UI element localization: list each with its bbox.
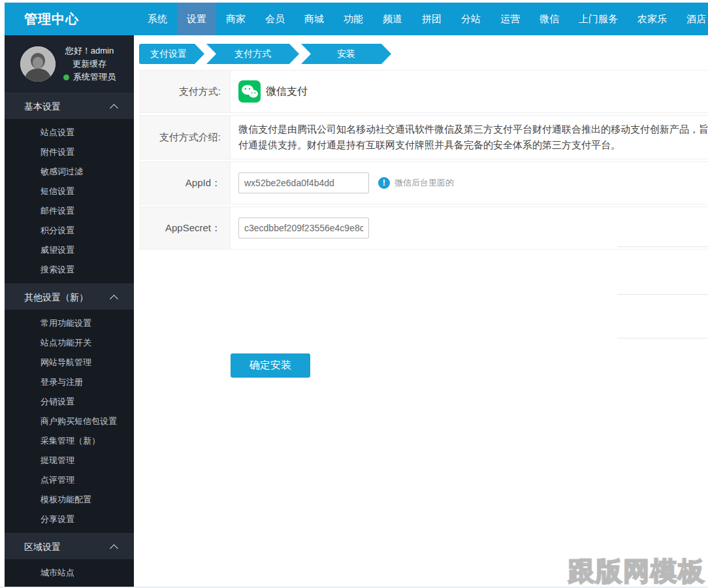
field-label: 支付方式介绍: xyxy=(139,116,231,159)
topnav-item-merchant[interactable]: 商家 xyxy=(216,3,255,35)
avatar-photo xyxy=(20,46,56,82)
topnav-item-function[interactable]: 功能 xyxy=(334,3,373,35)
sidebar-item-sensitive-words[interactable]: 敏感词过滤 xyxy=(5,162,134,182)
wechat-pay-icon xyxy=(238,80,261,103)
sidebar-group: 站点设置 附件设置 敏感词过滤 短信设置 邮件设置 积分设置 威望设置 搜索设置 xyxy=(5,119,134,284)
topbar: 管理中心 系统 设置 商家 会员 商城 功能 频道 拼团 分站 运营 微信 上门… xyxy=(5,3,708,35)
topnav-item-member[interactable]: 会员 xyxy=(255,3,295,35)
form-row-payment-method: 支付方式: 微信支付 xyxy=(139,70,708,113)
sidebar-item-login-register[interactable]: 登录与注册 xyxy=(5,372,134,392)
field-label: AppId： xyxy=(139,162,231,204)
sidebar-item-sms-package[interactable]: 商户购买短信包设置 xyxy=(5,412,134,431)
payment-method-name: 微信支付 xyxy=(266,85,308,99)
chevron-up-icon xyxy=(110,104,118,112)
breadcrumb-payment-settings[interactable]: 支付设置 xyxy=(139,44,204,64)
topnav-item-settings[interactable]: 设置 xyxy=(177,3,216,35)
appid-input[interactable] xyxy=(238,172,369,193)
topnav-item-hotel[interactable]: 酒店 xyxy=(677,3,708,35)
field-label: AppSecret： xyxy=(139,207,231,249)
sidebar-item-template-config[interactable]: 模板功能配置 xyxy=(5,490,134,510)
user-role: 系统管理员 xyxy=(73,71,116,84)
watermark-text: 跟版网模板 xyxy=(568,553,705,588)
clipped-row-border xyxy=(617,338,708,339)
topnav-item-substation[interactable]: 分站 xyxy=(451,3,491,35)
topnav-item-farmstay[interactable]: 农家乐 xyxy=(628,3,677,35)
sidebar-section-other-settings[interactable]: 其他设置（新） xyxy=(5,284,134,310)
breadcrumb-install[interactable]: 安装 xyxy=(301,44,391,64)
app-title: 管理中心 xyxy=(5,3,134,35)
sidebar: 您好！admin 更新缓存 系统管理员 基本设置 站点设置 附件设置 敏感词过滤… xyxy=(5,35,134,588)
sidebar-item-common-functions[interactable]: 常用功能设置 xyxy=(5,314,134,333)
breadcrumb-payment-method[interactable]: 支付方式 xyxy=(206,44,299,64)
clipped-row-border xyxy=(617,294,708,295)
topnav-item-wechat[interactable]: 微信 xyxy=(530,3,569,35)
sidebar-item-withdrawal[interactable]: 提现管理 xyxy=(5,451,134,470)
sidebar-item-points-settings[interactable]: 积分设置 xyxy=(5,221,134,240)
sidebar-section-basic-settings[interactable]: 基本设置 xyxy=(5,93,134,119)
chevron-up-icon xyxy=(110,295,118,303)
form-row-appsecret: AppSecret： xyxy=(139,206,708,250)
appsecret-input[interactable] xyxy=(238,218,369,238)
sidebar-group: 城市站点 区域管理 xyxy=(5,559,134,588)
appid-hint: 微信后台里面的 xyxy=(394,177,454,189)
user-greeting: 您好！admin xyxy=(63,44,116,57)
online-status-dot xyxy=(63,74,69,80)
top-navigation: 系统 设置 商家 会员 商城 功能 频道 拼团 分站 运营 微信 上门服务 农家… xyxy=(138,3,708,35)
sidebar-item-nav-management[interactable]: 网站导航管理 xyxy=(5,353,134,372)
section-label: 基本设置 xyxy=(24,101,61,112)
sidebar-group: 常用功能设置 站点功能开关 网站导航管理 登录与注册 分销设置 商户购买短信包设… xyxy=(5,310,134,533)
clipped-row-border xyxy=(617,246,708,248)
field-label: 支付方式: xyxy=(139,71,231,112)
payment-install-form: 支付方式: 微信支付 xyxy=(139,70,708,252)
sidebar-item-city-sites[interactable]: 城市站点 xyxy=(5,563,134,583)
breadcrumb: 支付设置 支付方式 安装 xyxy=(139,44,393,64)
sidebar-item-site-switches[interactable]: 站点功能开关 xyxy=(5,333,134,353)
sidebar-item-prestige-settings[interactable]: 威望设置 xyxy=(5,240,134,260)
chevron-up-icon xyxy=(110,544,118,553)
topnav-item-system[interactable]: 系统 xyxy=(138,3,177,35)
sidebar-item-collection[interactable]: 采集管理（新） xyxy=(5,431,134,451)
content-area: 支付设置 支付方式 安装 支付方式: xyxy=(134,35,708,588)
sidebar-item-review-management[interactable]: 点评管理 xyxy=(5,470,134,490)
sidebar-item-sms-settings[interactable]: 短信设置 xyxy=(5,182,134,201)
admin-page: 管理中心 系统 设置 商家 会员 商城 功能 频道 拼团 分站 运营 微信 上门… xyxy=(0,0,708,588)
topnav-item-groupbuy[interactable]: 拼团 xyxy=(412,3,451,35)
sidebar-item-distribution[interactable]: 分销设置 xyxy=(5,392,134,412)
main-layout: 您好！admin 更新缓存 系统管理员 基本设置 站点设置 附件设置 敏感词过滤… xyxy=(5,35,708,588)
user-panel: 您好！admin 更新缓存 系统管理员 xyxy=(5,35,134,93)
form-row-appid: AppId： ! 微信后台里面的 xyxy=(139,161,708,204)
section-label: 其他设置（新） xyxy=(24,292,88,302)
user-info: 您好！admin 更新缓存 系统管理员 xyxy=(63,44,116,84)
sidebar-item-site-settings[interactable]: 站点设置 xyxy=(5,123,134,142)
sidebar-item-mail-settings[interactable]: 邮件设置 xyxy=(5,201,134,221)
section-label: 区域设置 xyxy=(24,542,61,552)
sidebar-section-region-settings[interactable]: 区域设置 xyxy=(5,533,134,559)
topnav-item-doorservice[interactable]: 上门服务 xyxy=(569,3,628,35)
topnav-item-operation[interactable]: 运营 xyxy=(491,3,530,35)
confirm-install-button[interactable]: 确定安装 xyxy=(231,353,310,378)
info-icon: ! xyxy=(378,177,390,189)
sidebar-item-attachment-settings[interactable]: 附件设置 xyxy=(5,142,134,162)
form-row-description: 支付方式介绍: 微信支付是由腾讯公司知名移动社交通讯软件微信及第三方支付平台财付… xyxy=(139,115,708,159)
sidebar-item-search-settings[interactable]: 搜索设置 xyxy=(5,260,134,280)
payment-description: 微信支付是由腾讯公司知名移动社交通讯软件微信及第三方支付平台财付通联合推出的移动… xyxy=(238,122,708,153)
avatar xyxy=(20,46,56,82)
sidebar-item-share-settings[interactable]: 分享设置 xyxy=(5,510,134,529)
topnav-item-channel[interactable]: 频道 xyxy=(373,3,412,35)
topnav-item-mall[interactable]: 商城 xyxy=(295,3,334,35)
update-cache-link[interactable]: 更新缓存 xyxy=(63,57,116,71)
